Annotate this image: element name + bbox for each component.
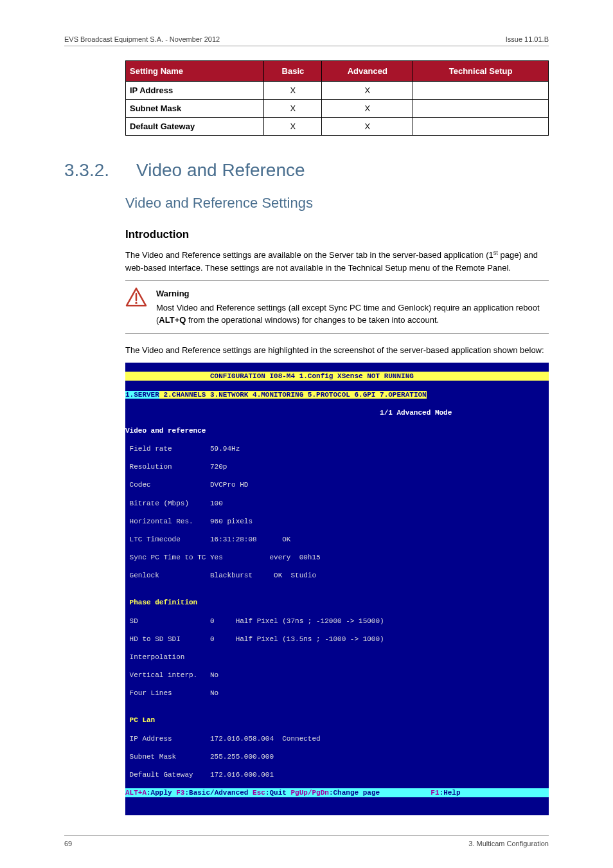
terminal-line: Sync PC Time to TC Yes every 00h15 <box>125 553 549 562</box>
cell-setting-name: Default Gateway <box>126 118 264 136</box>
terminal-line: Four Lines No <box>125 689 549 698</box>
terminal-line: IP Address 172.016.058.004 Connected <box>125 734 549 743</box>
cell-advanced: X <box>322 118 413 136</box>
cell-advanced: X <box>322 100 413 118</box>
terminal-line: Bitrate (Mbps) 100 <box>125 499 549 508</box>
settings-table: Setting Name Basic Advanced Technical Se… <box>125 60 549 136</box>
terminal-line: Interpolation <box>125 653 549 662</box>
header-left: EVS Broadcast Equipment S.A. - November … <box>64 35 220 43</box>
terminal-line: SD 0 Half Pixel (37ns ; -12000 -> 15000) <box>125 617 549 626</box>
intro-heading: Introduction <box>125 228 549 241</box>
terminal-line: Horizontal Res. 960 pixels <box>125 517 549 526</box>
footer-page-number: 69 <box>64 840 72 847</box>
warning-body: Most Video and Reference settings (all e… <box>156 303 540 325</box>
cell-tech <box>413 100 549 118</box>
cell-basic: X <box>264 100 322 118</box>
terminal-active-tab: 1.SERVER <box>125 391 159 399</box>
terminal-line: Default Gateway 172.016.000.001 <box>125 770 549 779</box>
cell-basic: X <box>264 118 322 136</box>
screenshot-caption: The Video and Reference settings are hig… <box>125 344 549 357</box>
terminal-footer: ALT+A:Apply F3:Basic/Advanced Esc:Quit P… <box>125 788 549 797</box>
page-footer: 69 3. Multicam Configuration <box>64 835 549 847</box>
cell-setting-name: IP Address <box>126 82 264 100</box>
table-row: Subnet Mask X X <box>126 100 549 118</box>
terminal-line: HD to SD SDI 0 Half Pixel (13.5ns ; -100… <box>125 635 549 644</box>
cell-advanced: X <box>322 82 413 100</box>
warning-box: Warning Most Video and Reference setting… <box>125 280 549 334</box>
warning-title: Warning <box>156 287 549 300</box>
terminal-screenshot: CONFIGURATION I08-M4 1.Config XSense NOT… <box>125 363 549 815</box>
table-row: IP Address X X <box>126 82 549 100</box>
terminal-line: Codec DVCPro HD <box>125 480 549 489</box>
intro-paragraph: The Video and Reference settings are ava… <box>125 249 549 274</box>
col-technical-setup: Technical Setup <box>413 61 549 82</box>
col-basic: Basic <box>264 61 322 82</box>
terminal-line: Field rate 59.94Hz <box>125 444 549 453</box>
cell-basic: X <box>264 82 322 100</box>
footer-section-title: 3. Multicam Configuration <box>468 840 549 847</box>
svg-point-2 <box>135 302 137 304</box>
terminal-title: CONFIGURATION I08-M4 1.Config XSense NOT… <box>125 372 549 381</box>
terminal-section: Video and reference <box>125 427 206 435</box>
terminal-line: Resolution 720p <box>125 462 549 471</box>
section-title: Video and Reference <box>136 160 305 181</box>
terminal-line: Vertical interp. No <box>125 671 549 680</box>
terminal-section: PC Lan <box>125 716 155 724</box>
table-row: Default Gateway X X <box>126 118 549 136</box>
terminal-line: LTC Timecode 16:31:28:08 OK <box>125 535 549 544</box>
terminal-tabs: 2.CHANNELS 3.NETWORK 4.MONITORING 5.PROT… <box>159 391 427 399</box>
cell-tech <box>413 118 549 136</box>
terminal-mode: 1/1 Advanced Mode <box>125 408 549 417</box>
cell-setting-name: Subnet Mask <box>126 100 264 118</box>
cell-tech <box>413 82 549 100</box>
header-right: Issue 11.01.B <box>506 35 549 43</box>
terminal-line: Subnet Mask 255.255.000.000 <box>125 752 549 761</box>
section-number: 3.3.2. <box>64 160 122 181</box>
terminal-line: Genlock Blackburst OK Studio <box>125 571 549 580</box>
col-setting-name: Setting Name <box>126 61 264 82</box>
terminal-section: Phase definition <box>125 599 197 606</box>
col-advanced: Advanced <box>322 61 413 82</box>
page-header: EVS Broadcast Equipment S.A. - November … <box>64 35 549 46</box>
subsection-title: Video and Reference Settings <box>125 195 549 212</box>
warning-icon <box>125 287 147 327</box>
